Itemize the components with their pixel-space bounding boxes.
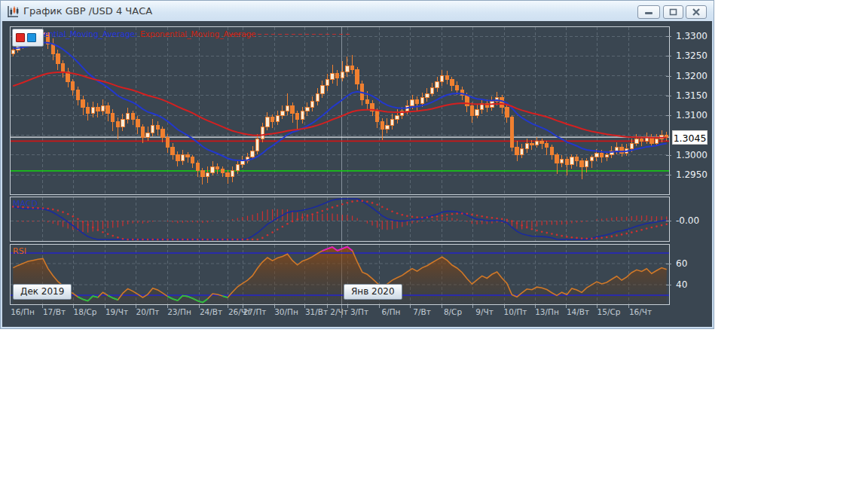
chart-app-icon [7,5,20,18]
time-tick-mark [304,305,305,308]
close-icon [686,6,706,18]
time-tick-label: 16/Чт [623,307,658,316]
time-tick-label: 14/Вт [561,307,595,316]
price-tick-label: 1.3000 [676,149,708,161]
time-tick-label: 23/Пн [162,307,197,316]
title-bar[interactable]: График GBP /USD 4 ЧАСА [1,1,714,21]
time-tick-mark [274,305,275,308]
maximize-icon [664,6,683,18]
minimize-button[interactable] [637,5,660,19]
time-tick-mark [410,305,411,308]
time-tick-label: 17/Вт [37,307,72,316]
time-tick-label: 6/Пн [374,307,408,316]
macd-histogram [18,209,667,233]
rsi-chart[interactable] [11,245,669,304]
time-tick-label: 16/Пн [5,307,40,316]
ema-fast-label: ential_Moving_Average: [44,29,138,38]
red-series-chip [16,33,25,42]
ema-slow-label: Exponential_Moving_Average [140,29,256,38]
time-tick-label: 18/Ср [68,307,102,316]
price-tick-label: 1.2950 [676,169,708,181]
time-tick-label: 7/Вт [405,307,439,316]
price-tick-label: 1.3100 [676,109,708,121]
time-tick-label: 27/Пт [237,307,272,316]
price-tick-label: 1.3150 [676,90,708,102]
ema-slow-line [13,72,666,138]
rsi-tick-mark [666,264,671,264]
current-price-label: 1.3045 [672,130,708,145]
time-tick-label: 20/Пт [130,307,165,316]
time-tick-mark [228,305,228,308]
price-tick-mark [666,115,671,116]
legend-chip-box[interactable] [12,29,44,47]
time-tick-label: 9/Чт [467,307,502,316]
time-tick-mark [379,305,380,308]
candles-group [11,30,668,185]
time-tick-mark [347,305,348,308]
time-tick-mark [442,305,442,308]
macd-tick-label: -0.00 [676,215,699,227]
price-tick-mark [666,155,671,156]
time-tick-mark [73,305,74,308]
time-tick-mark [199,305,200,308]
time-tick-mark [535,305,536,308]
screen: График GBP /USD 4 ЧАСА ential_Moving_Ave… [0,0,868,488]
month-badge-jan: Янв 2020 [344,284,402,300]
price-tick-mark [666,175,671,175]
indicator-legend: ential_Moving_Average: Exponential_Movin… [44,29,256,38]
time-tick-mark [628,305,629,308]
rsi-tick-label: 60 [676,258,687,270]
time-tick-mark [327,305,328,308]
window-title: График GBP /USD 4 ЧАСА [23,1,152,22]
time-tick-label: 10/Пт [498,307,533,316]
time-tick-label: 3/Пт [342,307,377,316]
price-tick-mark [666,36,671,37]
blue-series-chip [27,33,36,42]
time-tick-mark [472,305,473,308]
month-badge-dec: Дек 2019 [13,284,72,300]
rsi-panel-label: RSI [13,246,26,256]
rsi-tick-label: 40 [676,279,687,291]
time-tick-label: 15/Ср [591,307,626,316]
time-tick-label: 13/Пн [530,307,564,316]
macd-chart[interactable] [11,197,669,241]
time-tick-mark [105,305,105,308]
time-tick-mark [42,305,43,308]
price-chart[interactable] [11,27,669,194]
price-tick-label: 1.3200 [676,70,708,82]
macd-tick-mark [666,221,671,221]
time-tick-mark [167,305,168,308]
macd-line [13,199,666,239]
time-tick-mark [597,305,598,308]
month-separator-tick [341,305,342,318]
rsi-tick-mark [666,285,671,285]
price-tick-mark [666,76,671,77]
time-tick-mark [566,305,567,308]
macd-panel-label: MACD [13,199,38,209]
close-button[interactable] [686,5,707,19]
macd-signal-dots [12,200,668,240]
time-tick-label: 8/Ср [436,307,470,316]
time-tick-mark [243,305,243,308]
minimize-icon [638,6,659,18]
price-tick-label: 1.3250 [676,50,708,62]
price-tick-label: 1.3300 [676,30,708,42]
maximize-button[interactable] [663,5,683,19]
price-tick-mark [666,96,671,96]
time-tick-mark [504,305,505,308]
time-tick-mark [136,305,136,308]
time-tick-label: 19/Чт [99,307,134,316]
price-tick-mark [666,56,671,56]
ema-fast-line [13,42,666,160]
